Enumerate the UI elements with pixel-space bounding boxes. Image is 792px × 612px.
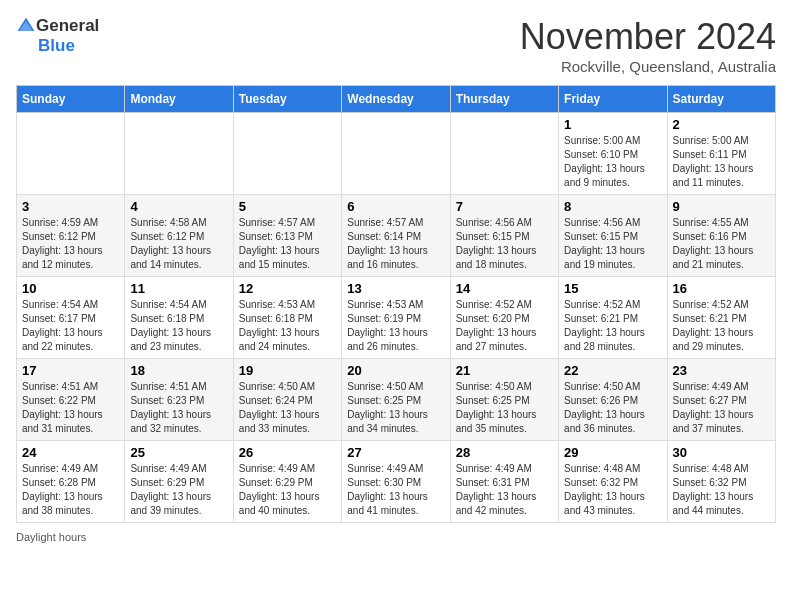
location-subtitle: Rockville, Queensland, Australia bbox=[520, 58, 776, 75]
calendar-cell: 26Sunrise: 4:49 AM Sunset: 6:29 PM Dayli… bbox=[233, 441, 341, 523]
column-header-thursday: Thursday bbox=[450, 86, 558, 113]
day-number: 14 bbox=[456, 281, 553, 296]
calendar-cell: 19Sunrise: 4:50 AM Sunset: 6:24 PM Dayli… bbox=[233, 359, 341, 441]
day-info: Sunrise: 4:57 AM Sunset: 6:14 PM Dayligh… bbox=[347, 216, 444, 272]
day-number: 12 bbox=[239, 281, 336, 296]
calendar-cell bbox=[17, 113, 125, 195]
calendar-cell: 23Sunrise: 4:49 AM Sunset: 6:27 PM Dayli… bbox=[667, 359, 775, 441]
day-info: Sunrise: 4:48 AM Sunset: 6:32 PM Dayligh… bbox=[564, 462, 661, 518]
day-number: 25 bbox=[130, 445, 227, 460]
day-info: Sunrise: 4:49 AM Sunset: 6:27 PM Dayligh… bbox=[673, 380, 770, 436]
calendar-cell: 14Sunrise: 4:52 AM Sunset: 6:20 PM Dayli… bbox=[450, 277, 558, 359]
day-number: 16 bbox=[673, 281, 770, 296]
calendar-footer: Daylight hours bbox=[16, 531, 776, 543]
calendar-cell: 3Sunrise: 4:59 AM Sunset: 6:12 PM Daylig… bbox=[17, 195, 125, 277]
day-info: Sunrise: 4:50 AM Sunset: 6:26 PM Dayligh… bbox=[564, 380, 661, 436]
day-number: 5 bbox=[239, 199, 336, 214]
logo-blue: Blue bbox=[38, 36, 75, 56]
day-number: 21 bbox=[456, 363, 553, 378]
day-info: Sunrise: 4:53 AM Sunset: 6:19 PM Dayligh… bbox=[347, 298, 444, 354]
calendar-cell: 2Sunrise: 5:00 AM Sunset: 6:11 PM Daylig… bbox=[667, 113, 775, 195]
day-number: 2 bbox=[673, 117, 770, 132]
calendar-cell: 12Sunrise: 4:53 AM Sunset: 6:18 PM Dayli… bbox=[233, 277, 341, 359]
calendar-cell: 11Sunrise: 4:54 AM Sunset: 6:18 PM Dayli… bbox=[125, 277, 233, 359]
calendar-header-row: SundayMondayTuesdayWednesdayThursdayFrid… bbox=[17, 86, 776, 113]
calendar-cell: 15Sunrise: 4:52 AM Sunset: 6:21 PM Dayli… bbox=[559, 277, 667, 359]
calendar-cell bbox=[450, 113, 558, 195]
day-info: Sunrise: 4:58 AM Sunset: 6:12 PM Dayligh… bbox=[130, 216, 227, 272]
day-number: 19 bbox=[239, 363, 336, 378]
day-info: Sunrise: 4:49 AM Sunset: 6:29 PM Dayligh… bbox=[239, 462, 336, 518]
day-info: Sunrise: 4:50 AM Sunset: 6:25 PM Dayligh… bbox=[456, 380, 553, 436]
day-number: 9 bbox=[673, 199, 770, 214]
calendar-cell bbox=[342, 113, 450, 195]
calendar-cell: 30Sunrise: 4:48 AM Sunset: 6:32 PM Dayli… bbox=[667, 441, 775, 523]
day-number: 18 bbox=[130, 363, 227, 378]
calendar-cell: 25Sunrise: 4:49 AM Sunset: 6:29 PM Dayli… bbox=[125, 441, 233, 523]
calendar-cell: 21Sunrise: 4:50 AM Sunset: 6:25 PM Dayli… bbox=[450, 359, 558, 441]
day-info: Sunrise: 4:51 AM Sunset: 6:22 PM Dayligh… bbox=[22, 380, 119, 436]
day-info: Sunrise: 4:56 AM Sunset: 6:15 PM Dayligh… bbox=[564, 216, 661, 272]
day-number: 26 bbox=[239, 445, 336, 460]
calendar-cell: 6Sunrise: 4:57 AM Sunset: 6:14 PM Daylig… bbox=[342, 195, 450, 277]
calendar-cell: 22Sunrise: 4:50 AM Sunset: 6:26 PM Dayli… bbox=[559, 359, 667, 441]
calendar-cell: 13Sunrise: 4:53 AM Sunset: 6:19 PM Dayli… bbox=[342, 277, 450, 359]
day-number: 8 bbox=[564, 199, 661, 214]
day-number: 24 bbox=[22, 445, 119, 460]
day-info: Sunrise: 4:52 AM Sunset: 6:20 PM Dayligh… bbox=[456, 298, 553, 354]
day-number: 22 bbox=[564, 363, 661, 378]
day-number: 30 bbox=[673, 445, 770, 460]
calendar-cell bbox=[125, 113, 233, 195]
page-header: General Blue November 2024 Rockville, Qu… bbox=[16, 16, 776, 75]
calendar-cell: 7Sunrise: 4:56 AM Sunset: 6:15 PM Daylig… bbox=[450, 195, 558, 277]
column-header-monday: Monday bbox=[125, 86, 233, 113]
day-info: Sunrise: 5:00 AM Sunset: 6:11 PM Dayligh… bbox=[673, 134, 770, 190]
day-number: 10 bbox=[22, 281, 119, 296]
logo-general: General bbox=[36, 16, 99, 36]
calendar-table: SundayMondayTuesdayWednesdayThursdayFrid… bbox=[16, 85, 776, 523]
day-number: 13 bbox=[347, 281, 444, 296]
calendar-cell: 9Sunrise: 4:55 AM Sunset: 6:16 PM Daylig… bbox=[667, 195, 775, 277]
day-number: 6 bbox=[347, 199, 444, 214]
calendar-week-3: 10Sunrise: 4:54 AM Sunset: 6:17 PM Dayli… bbox=[17, 277, 776, 359]
month-title: November 2024 bbox=[520, 16, 776, 58]
column-header-friday: Friday bbox=[559, 86, 667, 113]
calendar-cell: 4Sunrise: 4:58 AM Sunset: 6:12 PM Daylig… bbox=[125, 195, 233, 277]
calendar-cell: 5Sunrise: 4:57 AM Sunset: 6:13 PM Daylig… bbox=[233, 195, 341, 277]
day-info: Sunrise: 4:55 AM Sunset: 6:16 PM Dayligh… bbox=[673, 216, 770, 272]
day-info: Sunrise: 4:57 AM Sunset: 6:13 PM Dayligh… bbox=[239, 216, 336, 272]
day-number: 27 bbox=[347, 445, 444, 460]
daylight-label: Daylight hours bbox=[16, 531, 86, 543]
column-header-saturday: Saturday bbox=[667, 86, 775, 113]
day-info: Sunrise: 4:48 AM Sunset: 6:32 PM Dayligh… bbox=[673, 462, 770, 518]
calendar-cell: 1Sunrise: 5:00 AM Sunset: 6:10 PM Daylig… bbox=[559, 113, 667, 195]
calendar-cell bbox=[233, 113, 341, 195]
day-info: Sunrise: 4:50 AM Sunset: 6:24 PM Dayligh… bbox=[239, 380, 336, 436]
calendar-cell: 16Sunrise: 4:52 AM Sunset: 6:21 PM Dayli… bbox=[667, 277, 775, 359]
calendar-week-5: 24Sunrise: 4:49 AM Sunset: 6:28 PM Dayli… bbox=[17, 441, 776, 523]
calendar-week-2: 3Sunrise: 4:59 AM Sunset: 6:12 PM Daylig… bbox=[17, 195, 776, 277]
day-info: Sunrise: 4:49 AM Sunset: 6:29 PM Dayligh… bbox=[130, 462, 227, 518]
day-info: Sunrise: 4:49 AM Sunset: 6:28 PM Dayligh… bbox=[22, 462, 119, 518]
calendar-week-1: 1Sunrise: 5:00 AM Sunset: 6:10 PM Daylig… bbox=[17, 113, 776, 195]
day-info: Sunrise: 5:00 AM Sunset: 6:10 PM Dayligh… bbox=[564, 134, 661, 190]
logo: General Blue bbox=[16, 16, 99, 56]
day-number: 23 bbox=[673, 363, 770, 378]
calendar-cell: 10Sunrise: 4:54 AM Sunset: 6:17 PM Dayli… bbox=[17, 277, 125, 359]
column-header-tuesday: Tuesday bbox=[233, 86, 341, 113]
day-info: Sunrise: 4:51 AM Sunset: 6:23 PM Dayligh… bbox=[130, 380, 227, 436]
column-header-wednesday: Wednesday bbox=[342, 86, 450, 113]
day-info: Sunrise: 4:53 AM Sunset: 6:18 PM Dayligh… bbox=[239, 298, 336, 354]
day-number: 15 bbox=[564, 281, 661, 296]
calendar-cell: 29Sunrise: 4:48 AM Sunset: 6:32 PM Dayli… bbox=[559, 441, 667, 523]
day-number: 20 bbox=[347, 363, 444, 378]
day-number: 4 bbox=[130, 199, 227, 214]
calendar-cell: 17Sunrise: 4:51 AM Sunset: 6:22 PM Dayli… bbox=[17, 359, 125, 441]
calendar-cell: 8Sunrise: 4:56 AM Sunset: 6:15 PM Daylig… bbox=[559, 195, 667, 277]
calendar-cell: 18Sunrise: 4:51 AM Sunset: 6:23 PM Dayli… bbox=[125, 359, 233, 441]
day-info: Sunrise: 4:59 AM Sunset: 6:12 PM Dayligh… bbox=[22, 216, 119, 272]
day-info: Sunrise: 4:49 AM Sunset: 6:30 PM Dayligh… bbox=[347, 462, 444, 518]
day-number: 3 bbox=[22, 199, 119, 214]
day-info: Sunrise: 4:54 AM Sunset: 6:18 PM Dayligh… bbox=[130, 298, 227, 354]
calendar-cell: 24Sunrise: 4:49 AM Sunset: 6:28 PM Dayli… bbox=[17, 441, 125, 523]
